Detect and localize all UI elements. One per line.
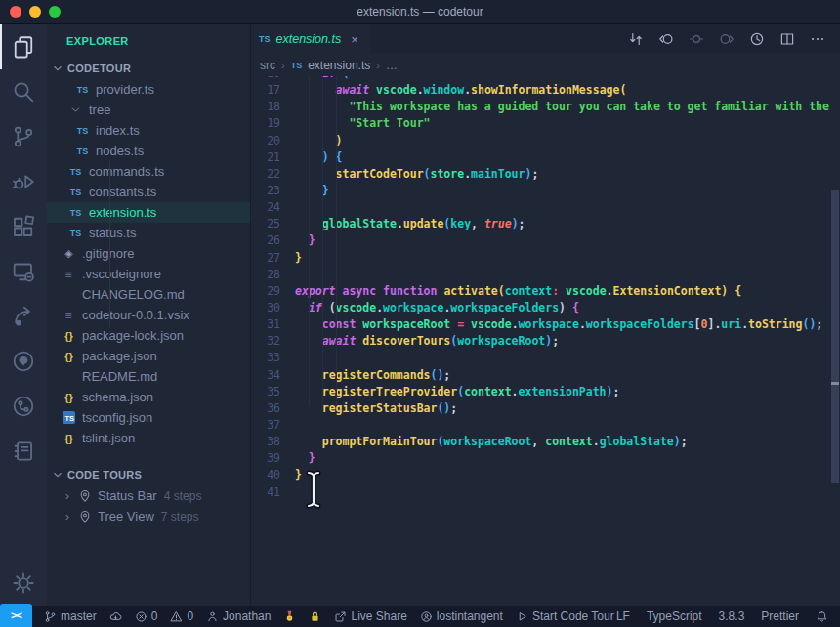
open-timeline-button[interactable] [749, 31, 765, 47]
navigate-dim-button[interactable] [689, 31, 704, 47]
line-number: 35 [251, 384, 280, 400]
status-badge-lock[interactable] [309, 610, 321, 623]
code-editor[interactable]: 16 if (17 await vscode.window.showInform… [251, 76, 840, 606]
remote-indicator[interactable]: >< [0, 604, 32, 627]
status-start-code-tour[interactable]: Start Code Tour [516, 609, 614, 623]
status-language-mode[interactable]: TypeScript [647, 609, 702, 623]
code-line-32[interactable]: 32 await discoverTours(workspaceRoot); [251, 333, 840, 350]
status-eol[interactable]: LF [616, 609, 630, 623]
activity-bar-item-extensions[interactable] [0, 204, 47, 249]
close-window-button[interactable] [10, 6, 21, 18]
file-tree-item-provider-ts[interactable]: TSprovider.ts [47, 79, 250, 100]
code-line-40[interactable]: 40} [251, 467, 840, 483]
compare-icon [628, 31, 644, 47]
file-tree-item-index-ts[interactable]: TSindex.ts [47, 120, 250, 141]
tab-extension-ts[interactable]: TS extension.ts × [251, 24, 370, 54]
code-line-22[interactable]: 22 startCodeTour(store.mainTour); [251, 166, 840, 183]
status-git-branch[interactable]: master [44, 609, 97, 623]
status-profile[interactable]: Jonathan [206, 609, 271, 623]
open-changes-button[interactable] [628, 31, 644, 47]
file-tree-item-status-ts[interactable]: TSstatus.ts [47, 223, 250, 243]
status-ts-version[interactable]: 3.8.3 [719, 609, 745, 623]
activity-bar-item-timeline[interactable] [0, 384, 47, 429]
code-line-23[interactable]: 23 } [251, 183, 840, 199]
file-tree-item-constants-ts[interactable]: TSconstants.ts [47, 182, 250, 202]
file-tree-item-extension-ts[interactable]: TSextension.ts [47, 202, 250, 223]
code-line-25[interactable]: 25 globalState.update(key, true); [251, 216, 840, 232]
activity-bar-item-search[interactable] [0, 69, 47, 114]
code-line-17[interactable]: 17 await vscode.window.showInformationMe… [251, 82, 840, 99]
code-line-38[interactable]: 38 promptForMainTour(workspaceRoot, cont… [251, 434, 840, 450]
activity-bar-item-settings[interactable] [0, 561, 47, 606]
section-codetour[interactable]: CODETOUR [47, 58, 250, 79]
file-tree-item-package-json[interactable]: {}package.json [47, 346, 250, 366]
code-line-36[interactable]: 36 registerStatusBar(); [251, 400, 840, 417]
navigate-forward-button[interactable] [719, 31, 735, 47]
code-line-34[interactable]: 34 registerCommands(); [251, 367, 840, 384]
file-label: codetour-0.0.1.vsix [82, 308, 189, 322]
activity-bar-item-github[interactable] [0, 339, 47, 384]
code-line-27[interactable]: 27} [251, 250, 840, 267]
activity-bar-item-run-debug[interactable] [0, 159, 47, 204]
code-line-39[interactable]: 39 } [251, 450, 840, 467]
editor-scrollbar[interactable] [831, 190, 839, 483]
code-line-29[interactable]: 29export async function activate(context… [251, 283, 840, 300]
code-line-30[interactable]: 30 if (vscode.workspace.workspaceFolders… [251, 300, 840, 316]
file-tree-item-tree[interactable]: tree [47, 100, 250, 120]
more-actions-button[interactable] [810, 31, 825, 47]
code-line-24[interactable]: 24 [251, 199, 840, 216]
split-editor-button[interactable] [779, 31, 795, 47]
status-errors[interactable]: 0 [135, 609, 158, 623]
code-line-18[interactable]: 18 "This workspace has a guided tour you… [251, 99, 840, 115]
code-line-19[interactable]: 19 "Start Tour" [251, 115, 840, 132]
file-tree-item-tslint-json[interactable]: {}tslint.json [47, 428, 250, 448]
status-badge-medal[interactable] [283, 610, 296, 623]
code-line-41[interactable]: 41 [251, 484, 840, 501]
status-sync[interactable] [109, 610, 122, 623]
code-line-31[interactable]: 31 const workspaceRoot = vscode.workspac… [251, 316, 840, 333]
file-tree-item--gitignore[interactable]: ◈.gitignore [47, 243, 250, 264]
file-tree-item-codetour-0-0-1-vsix[interactable]: ≡codetour-0.0.1.vsix [47, 305, 250, 325]
activity-bar-item-source-control[interactable] [0, 114, 47, 159]
navigate-back-button[interactable] [658, 31, 674, 47]
file-tree-item-commands-ts[interactable]: TScommands.ts [47, 161, 250, 182]
file-tree-item-readme-md[interactable]: README.md [47, 366, 250, 387]
code-line-28[interactable]: 28 [251, 267, 840, 283]
minimize-window-button[interactable] [29, 6, 41, 18]
activity-bar-item-live-share[interactable] [0, 294, 47, 339]
file-tree-item-nodes-ts[interactable]: TSnodes.ts [47, 141, 250, 161]
breadcrumb-root[interactable]: src [260, 59, 275, 72]
code-tour-item-status-bar[interactable]: ›Status Bar4 steps [47, 485, 250, 506]
maximize-window-button[interactable] [49, 6, 61, 18]
file-tree-item-tsconfig-json[interactable]: TStsconfig.json [47, 407, 250, 428]
status-notifications[interactable] [816, 610, 828, 623]
activity-bar-item-explorer[interactable] [0, 24, 47, 69]
file-tree-item-package-lock-json[interactable]: {}package-lock.json [47, 325, 250, 346]
code-tour-item-tree-view[interactable]: ›Tree View7 steps [47, 506, 250, 526]
breadcrumb-more[interactable]: … [386, 59, 398, 72]
file-tree-item--vscodeignore[interactable]: ≡.vscodeignore [47, 264, 250, 284]
section-code-tours[interactable]: CODE TOURS [47, 464, 250, 485]
status-live-share[interactable]: Live Share [334, 609, 406, 623]
line-number: 37 [251, 417, 280, 434]
file-tree-item-schema-json[interactable]: {}schema.json [47, 387, 250, 407]
code-line-33[interactable]: 33 [251, 350, 840, 366]
code-line-37[interactable]: 37 [251, 417, 840, 434]
activity-bar-item-remote-explorer[interactable] [0, 249, 47, 294]
code-line-26[interactable]: 26 } [251, 232, 840, 249]
activity-bar [0, 24, 47, 606]
code-line-35[interactable]: 35 registerTreeProvider(context.extensio… [251, 384, 840, 400]
file-tree-item-changelog-md[interactable]: CHANGELOG.md [47, 284, 250, 305]
status-warnings[interactable]: 0 [170, 609, 193, 623]
close-tab-icon[interactable]: × [351, 32, 358, 47]
code-line-21[interactable]: 21 ) { [251, 149, 840, 166]
file-label: tree [89, 103, 110, 117]
status-label: Live Share [351, 609, 406, 623]
code-line-20[interactable]: 20 ) [251, 133, 840, 149]
activity-bar-item-notebook[interactable] [0, 429, 47, 474]
breadcrumb-file[interactable]: extension.ts [308, 59, 370, 72]
ts-icon: TS [70, 167, 82, 177]
status-presence[interactable]: lostintangent [420, 609, 503, 623]
status-formatter[interactable]: Prettier [761, 609, 799, 623]
breadcrumb[interactable]: src › TS extension.ts › … [251, 54, 840, 76]
